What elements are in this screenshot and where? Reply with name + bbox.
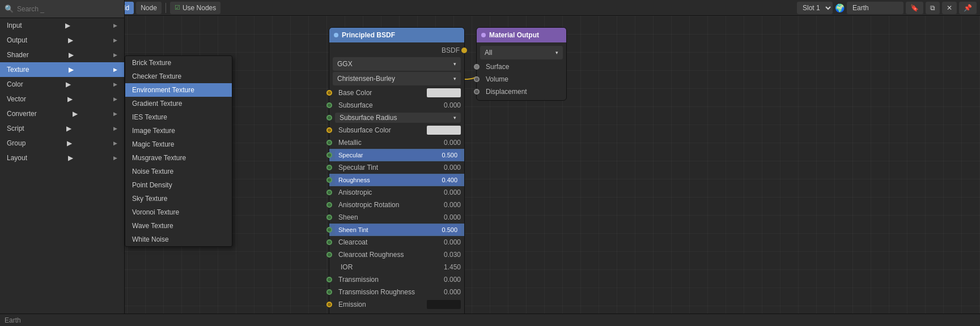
base-color-row[interactable]: Base Color: [329, 87, 464, 99]
menu-item-script[interactable]: Script ▶: [0, 121, 124, 136]
subsurface-color-socket[interactable]: [326, 127, 332, 133]
sheen-tint-bar[interactable]: Sheen Tint 0.500: [335, 225, 461, 235]
menu-item-group[interactable]: Group ▶: [0, 136, 124, 151]
texture-musgrave[interactable]: Musgrave Texture: [125, 151, 232, 165]
earth-field[interactable]: Earth: [847, 2, 903, 14]
roughness-socket[interactable]: [326, 177, 332, 183]
volume-socket[interactable]: [474, 76, 480, 82]
texture-point-density[interactable]: Point Density: [125, 178, 232, 192]
texture-brick[interactable]: Brick Texture: [125, 56, 232, 70]
texture-checker[interactable]: Checker Texture: [125, 70, 232, 83]
volume-row[interactable]: Volume: [477, 73, 566, 85]
base-color-swatch[interactable]: [427, 88, 461, 97]
texture-environment[interactable]: Environment Texture: [125, 83, 232, 97]
displacement-row[interactable]: Displacement: [477, 85, 566, 98]
transmission-socket[interactable]: [326, 277, 332, 282]
bsdf-output-socket[interactable]: [461, 48, 467, 53]
clearcoat-label: Clearcoat: [333, 238, 444, 246]
subsurface-row[interactable]: Subsurface 0.000: [329, 99, 464, 111]
subsurface-socket[interactable]: [326, 102, 332, 108]
magic-texture-label: Magic Texture: [132, 140, 174, 148]
specular-row[interactable]: Specular 0.500: [329, 149, 464, 161]
emission-color-swatch[interactable]: [427, 300, 461, 309]
menu-item-input[interactable]: Input ▶: [0, 18, 124, 33]
texture-gradient[interactable]: Gradient Texture: [125, 97, 232, 110]
point-density-label: Point Density: [132, 181, 172, 189]
menu-item-layout[interactable]: Layout ▶: [0, 151, 124, 165]
texture-ies[interactable]: IES Texture: [125, 110, 232, 124]
texture-magic[interactable]: Magic Texture: [125, 138, 232, 151]
anisotropic-row[interactable]: Anisotropic 0.000: [329, 186, 464, 199]
material-output-header[interactable]: Material Output: [477, 28, 566, 42]
material-output-filter[interactable]: All ▾: [480, 46, 563, 59]
clearcoat-row[interactable]: Clearcoat 0.000: [329, 236, 464, 248]
status-bar: Earth: [0, 314, 980, 326]
anisotropic-rotation-label: Anisotropic Rotation: [333, 201, 444, 209]
close-btn[interactable]: ✕: [942, 2, 957, 14]
roughness-row[interactable]: Roughness 0.400: [329, 174, 464, 186]
specular-bar[interactable]: Specular 0.500: [335, 150, 461, 160]
menu-item-converter[interactable]: Converter ▶: [0, 106, 124, 121]
globe-btn[interactable]: 🌍: [835, 3, 845, 12]
texture-noise[interactable]: Noise Texture: [125, 165, 232, 178]
texture-wave[interactable]: Wave Texture: [125, 219, 232, 233]
roughness-bar[interactable]: Roughness 0.400: [335, 175, 461, 185]
clearcoat-socket[interactable]: [326, 239, 332, 245]
layout-arrow: ▶: [68, 154, 73, 162]
node-btn[interactable]: Node: [136, 2, 162, 14]
surface-socket[interactable]: [474, 64, 480, 70]
menu-item-output[interactable]: Output ▶: [0, 33, 124, 48]
subsurface-color-swatch[interactable]: [427, 126, 461, 135]
metallic-row[interactable]: Metallic 0.000: [329, 136, 464, 149]
menu-item-shader[interactable]: Shader ▶: [0, 48, 124, 62]
anisotropic-rotation-socket[interactable]: [326, 202, 332, 208]
sheen-socket[interactable]: [326, 215, 332, 220]
pin-btn[interactable]: 📌: [959, 2, 977, 14]
clearcoat-roughness-socket[interactable]: [326, 252, 332, 258]
slot-selector[interactable]: Slot 1: [797, 2, 833, 14]
surface-row[interactable]: Surface: [477, 61, 566, 73]
texture-white-noise[interactable]: White Noise: [125, 233, 232, 246]
clearcoat-roughness-row[interactable]: Clearcoat Roughness 0.030: [329, 248, 464, 261]
menu-item-texture[interactable]: Texture ▶: [0, 62, 124, 77]
metallic-socket[interactable]: [326, 140, 332, 145]
subsurface-dropdown[interactable]: Christensen-Burley ▾: [333, 72, 461, 85]
ggx-dropdown[interactable]: GGX ▾: [333, 57, 461, 71]
emission-socket[interactable]: [326, 302, 332, 307]
sheen-row[interactable]: Sheen 0.000: [329, 211, 464, 224]
texture-image[interactable]: Image Texture: [125, 124, 232, 138]
texture-sky[interactable]: Sky Texture: [125, 192, 232, 205]
transmission-roughness-row[interactable]: Transmission Roughness 0.000: [329, 286, 464, 298]
sheen-tint-row[interactable]: Sheen Tint 0.500: [329, 224, 464, 236]
subsurface-radius-field[interactable]: Subsurface Radius ▾: [335, 113, 461, 123]
search-input[interactable]: [17, 5, 120, 13]
texture-label: Texture: [7, 66, 29, 74]
copy-btn[interactable]: ⧉: [926, 2, 940, 14]
ior-row[interactable]: IOR 1.450: [329, 261, 464, 273]
displacement-socket[interactable]: [474, 89, 480, 95]
principled-bsdf-header[interactable]: Principled BSDF: [329, 28, 464, 42]
subsurface-radius-socket[interactable]: [326, 115, 332, 121]
menu-item-color[interactable]: Color ▶: [0, 77, 124, 92]
subsurface-method-label: Christensen-Burley: [337, 75, 395, 83]
anisotropic-socket[interactable]: [326, 190, 332, 195]
node-label: Node: [141, 4, 157, 12]
bookmark-btn[interactable]: 🔖: [906, 2, 923, 14]
subsurface-radius-dropdown[interactable]: Subsurface Radius ▾: [335, 113, 461, 123]
menu-item-vector[interactable]: Vector ▶: [0, 92, 124, 106]
base-color-socket[interactable]: [326, 90, 332, 96]
transmission-row[interactable]: Transmission 0.000: [329, 273, 464, 286]
transmission-roughness-socket[interactable]: [326, 289, 332, 295]
texture-voronoi[interactable]: Voronoi Texture: [125, 205, 232, 219]
output-label: Output: [7, 36, 27, 44]
use-nodes-btn[interactable]: ☑ Use Nodes: [170, 2, 220, 14]
anisotropic-rotation-row[interactable]: Anisotropic Rotation 0.000: [329, 199, 464, 211]
sheen-tint-socket[interactable]: [326, 227, 332, 233]
specular-tint-row[interactable]: Specular Tint 0.000: [329, 161, 464, 174]
add-menu-overlay: 🔍 Input ▶ Output ▶ Shader ▶ Texture ▶ Co…: [0, 0, 125, 326]
emission-row[interactable]: Emission: [329, 298, 464, 311]
specular-socket[interactable]: [326, 152, 332, 158]
subsurface-color-row[interactable]: Subsurface Color: [329, 124, 464, 136]
specular-tint-socket[interactable]: [326, 165, 332, 170]
subsurface-radius-row[interactable]: Subsurface Radius ▾: [329, 111, 464, 124]
